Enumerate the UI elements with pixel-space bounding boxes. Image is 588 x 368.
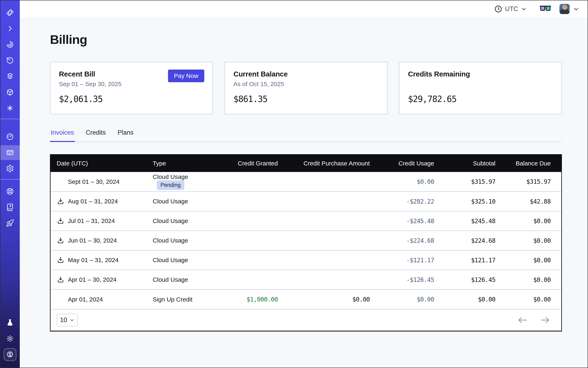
next-page-button[interactable]	[540, 317, 550, 323]
card-title: Credits Remaining	[408, 70, 553, 78]
invoice-type-cell: Cloud Usage	[153, 211, 214, 231]
pagination-controls	[518, 317, 550, 323]
sidebar-item-credits-offer[interactable]	[0, 347, 20, 362]
invoice-date-cell: Sept 01 – 30, 2024	[51, 172, 153, 192]
tab-credits[interactable]: Credits	[85, 129, 107, 142]
column-header: Credit Usage	[370, 155, 434, 172]
sidebar-item-cube[interactable]	[0, 85, 20, 100]
invoices-table: Date (UTC)TypeCredit GrantedCredit Purch…	[50, 154, 562, 331]
subtotal-cell: $0.00	[434, 289, 496, 309]
balance-due-cell: $315.97	[496, 172, 561, 192]
download-invoice-icon[interactable]	[57, 256, 64, 264]
card-subtitle	[408, 81, 553, 88]
credit-granted-cell	[214, 172, 278, 192]
history-icon	[6, 56, 14, 64]
dollar-badge-icon	[6, 350, 14, 359]
column-header: Date (UTC)	[51, 155, 153, 172]
flask-icon	[6, 319, 14, 327]
invoice-type: Cloud Usage	[153, 217, 188, 224]
rocket-icon	[6, 219, 14, 227]
download-invoice-icon[interactable]	[57, 276, 64, 284]
card-title: Current Balance	[234, 70, 378, 78]
sidebar-item-layers[interactable]	[0, 69, 20, 84]
sidebar-item-spiral[interactable]	[0, 37, 20, 52]
invoice-row: May 01 – 31, 2024Cloud Usage-$121.17$121…	[51, 250, 561, 270]
invoice-period: Apr 01 – 30, 2024	[68, 276, 117, 283]
credit-purchase-amount-cell	[278, 270, 370, 289]
subtotal-cell: $315.97	[434, 172, 496, 192]
invoice-period: Jun 01 – 30, 2024	[68, 237, 117, 244]
invoice-row: Sept 01 – 30, 2024Cloud UsagePending$0.0…	[51, 172, 561, 192]
tab-plans[interactable]: Plans	[117, 129, 134, 142]
invoice-date-cell: Apr 01, 2024	[51, 289, 153, 309]
invoice-period: Aug 01 – 31, 2024	[68, 198, 118, 205]
invoice-type: Cloud Usage	[153, 257, 188, 263]
invoice-row: Apr 01 – 30, 2024Cloud Usage-$126.45$126…	[51, 270, 561, 289]
invoice-type-cell: Sign Up Credit	[153, 289, 214, 309]
user-avatar[interactable]	[560, 4, 570, 14]
credit-granted-cell: $1,000.00	[214, 289, 278, 309]
column-header: Type	[153, 155, 214, 172]
column-header: Balance Due	[496, 155, 561, 172]
invoice-period: Jul 01 – 31, 2024	[68, 217, 115, 224]
credit-granted-cell	[214, 250, 278, 270]
sidebar-item-docs[interactable]	[0, 200, 20, 215]
invoice-type: Cloud Usage	[153, 237, 188, 244]
balance-due-cell: $0.00	[496, 270, 561, 289]
main-content: Billing Recent Bill Sep 01 – Sep 30, 202…	[20, 18, 588, 368]
invoice-row: Jul 01 – 31, 2024Cloud Usage-$245.48$245…	[51, 211, 561, 231]
summary-cards: Recent Bill Sep 01 – Sep 30, 2025 $2,061…	[50, 62, 562, 114]
sidebar-divider	[0, 119, 20, 119]
wheel-icon	[6, 187, 14, 195]
credit-usage-cell: $0.00	[370, 289, 434, 309]
invoice-row: Aug 01 – 31, 2024Cloud Usage-$282.22$325…	[51, 192, 561, 211]
credit-granted-cell	[214, 211, 278, 231]
sidebar-item-usage[interactable]	[0, 129, 20, 144]
sidebar-item-billing[interactable]	[0, 145, 20, 160]
invoice-type-cell: Cloud Usage	[153, 270, 214, 289]
current-balance-amount: $861.35	[234, 94, 378, 104]
subtotal-cell: $224.68	[434, 231, 496, 250]
download-invoice-icon[interactable]	[57, 197, 64, 205]
user-menu-button[interactable]	[573, 6, 579, 12]
page-size-select[interactable]: 10	[57, 314, 78, 326]
pay-now-button[interactable]: Pay Now	[168, 70, 204, 82]
sidebar-item-theme-toggle[interactable]	[0, 331, 20, 346]
reader-mode-button[interactable]	[540, 6, 551, 12]
download-invoice-icon[interactable]	[57, 237, 64, 244]
book-sparkle-icon	[6, 203, 14, 211]
asterisk-icon	[6, 104, 14, 112]
sidebar-item-history[interactable]	[0, 53, 20, 68]
invoice-date-cell: Jun 01 – 30, 2024	[51, 231, 153, 250]
sidebar-item-settings[interactable]	[0, 161, 20, 176]
sidebar-item-support[interactable]	[0, 184, 20, 199]
timezone-picker[interactable]: UTC	[494, 5, 527, 13]
previous-page-button[interactable]	[518, 317, 527, 323]
credit-purchase-amount-cell: $0.00	[278, 289, 370, 309]
recent-bill-card: Recent Bill Sep 01 – Sep 30, 2025 $2,061…	[50, 62, 213, 114]
app-logo[interactable]	[0, 5, 20, 20]
invoice-date-cell: Apr 01 – 30, 2024	[51, 270, 153, 289]
credit-granted-cell	[214, 231, 278, 250]
credit-usage-cell: -$245.48	[370, 211, 434, 231]
invoice-period: Apr 01, 2024	[68, 296, 103, 303]
tab-invoices[interactable]: Invoices	[50, 129, 75, 142]
status-badge: Pending	[157, 180, 184, 190]
sidebar-item-labs[interactable]	[0, 315, 20, 330]
sidebar-item-getting-started[interactable]	[0, 216, 20, 230]
card-subtitle: As of Oct 15, 2025	[234, 81, 378, 88]
column-header: Credit Purchase Amount	[278, 155, 370, 172]
sidebar-expand-button[interactable]	[0, 21, 20, 36]
sidebar-item-asterisk[interactable]	[0, 101, 20, 115]
column-header: Subtotal	[434, 155, 496, 172]
credit-purchase-amount-cell	[278, 231, 370, 250]
invoice-type-cell: Cloud Usage	[153, 192, 214, 211]
subtotal-cell: $126.45	[434, 270, 496, 289]
timezone-label: UTC	[505, 5, 518, 13]
invoice-period: Sept 01 – 30, 2024	[68, 178, 120, 185]
download-invoice-icon[interactable]	[57, 217, 64, 225]
credit-granted-cell	[214, 270, 278, 289]
glasses-icon	[540, 6, 551, 12]
invoice-row: Apr 01, 2024Sign Up Credit$1,000.00$0.00…	[51, 289, 561, 309]
sidebar-bottom-group	[0, 314, 20, 368]
